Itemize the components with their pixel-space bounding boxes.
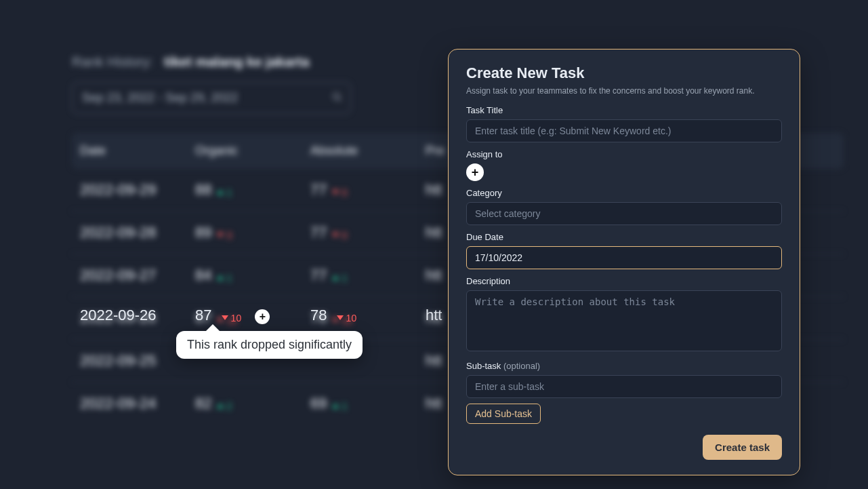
sub-task-input[interactable]	[466, 375, 782, 398]
caret-down-icon	[217, 233, 224, 237]
label-assign-to: Assign to	[466, 149, 782, 159]
label-optional: (optional)	[503, 361, 540, 371]
cell-date: 2022-09-27	[80, 267, 195, 284]
cell-organic: 87 10 +	[195, 307, 310, 324]
add-assignee-button[interactable]: +	[466, 163, 484, 181]
cell-absolute: 771	[310, 267, 426, 284]
cell-absolute: 691	[310, 395, 426, 412]
cell-absolute: 770	[310, 181, 426, 199]
rank-delta: 3	[217, 230, 232, 241]
panel-actions: Create task	[466, 435, 782, 460]
rank-delta-value: 1	[342, 401, 347, 412]
cell-organic: 893	[195, 224, 310, 241]
svg-line-1	[339, 98, 341, 100]
cell-organic-value: 87	[195, 307, 211, 324]
caret-up-icon	[332, 404, 339, 408]
cell-date: 2022-09-28	[80, 224, 195, 241]
rank-delta-value: 1	[226, 187, 232, 198]
due-date-input[interactable]	[466, 246, 782, 269]
label-sub-task: Sub-task (optional)	[466, 361, 782, 371]
organic-delta-value: 10	[231, 313, 242, 324]
rank-delta: 1	[332, 273, 347, 283]
panel-subtitle: Assign task to your teammates to fix the…	[466, 86, 782, 96]
caret-up-icon	[217, 275, 224, 280]
rank-delta: 0	[332, 187, 347, 198]
rank-delta: 2	[217, 401, 232, 412]
header-keyword: tiket malang ke jakarta	[164, 54, 310, 70]
cell-date: 2022-09-25	[80, 352, 195, 370]
cell-organic: 881	[195, 181, 310, 199]
organic-delta: 10	[222, 313, 242, 324]
rank-delta-value: 2	[226, 401, 232, 412]
absolute-delta: 10	[337, 313, 357, 324]
cell-absolute: 78 10	[310, 307, 426, 324]
rank-delta-value: 1	[342, 273, 347, 283]
rank-delta: 1	[217, 273, 232, 283]
caret-up-icon	[217, 404, 224, 408]
date-range-text: Sep 23, 2022 - Sep 29, 2022	[82, 91, 238, 104]
absolute-delta-value: 10	[346, 313, 357, 324]
rank-delta-value: 0	[342, 230, 347, 241]
description-textarea[interactable]	[466, 290, 782, 351]
caret-down-icon	[332, 190, 339, 195]
rank-delta: 0	[332, 230, 347, 241]
cell-organic: 822	[195, 395, 310, 412]
task-title-input[interactable]	[466, 119, 782, 142]
col-absolute: Absolute	[310, 144, 426, 158]
label-due-date: Due Date	[466, 232, 782, 242]
caret-down-icon	[337, 315, 344, 320]
add-task-from-row-icon[interactable]: +	[255, 309, 270, 324]
date-range-input[interactable]: Sep 23, 2022 - Sep 29, 2022	[72, 82, 351, 114]
add-sub-task-button[interactable]: Add Sub-task	[466, 404, 541, 424]
caret-down-icon	[222, 315, 228, 320]
rank-delta-value: 3	[226, 230, 232, 241]
category-select[interactable]	[466, 202, 782, 225]
label-sub-task-text: Sub-task	[466, 361, 501, 371]
col-date: Date	[80, 144, 195, 158]
cell-absolute-value: 78	[310, 307, 327, 324]
rank-delta-value: 1	[226, 273, 232, 283]
label-category: Category	[466, 188, 782, 198]
search-icon	[331, 91, 342, 105]
create-task-button[interactable]: Create task	[703, 435, 782, 460]
cell-date: 2022-09-26	[80, 307, 195, 324]
rank-delta-value: 0	[342, 187, 347, 198]
rank-delta: 1	[332, 401, 347, 412]
rank-delta: 1	[217, 187, 232, 198]
svg-point-0	[333, 93, 339, 99]
panel-title: Create New Task	[466, 64, 782, 82]
col-organic: Organic	[195, 144, 310, 158]
label-task-title: Task Title	[466, 105, 782, 115]
label-description: Description	[466, 276, 782, 286]
cell-date: 2022-09-24	[80, 395, 195, 412]
cell-organic: 841	[195, 267, 310, 284]
caret-up-icon	[217, 190, 224, 195]
header-label: Rank History:	[72, 54, 153, 70]
cell-date: 2022-09-29	[80, 181, 195, 199]
caret-up-icon	[332, 275, 339, 280]
caret-down-icon	[332, 233, 339, 237]
cell-absolute: 770	[310, 224, 426, 241]
create-task-panel: Create New Task Assign task to your team…	[448, 49, 800, 475]
